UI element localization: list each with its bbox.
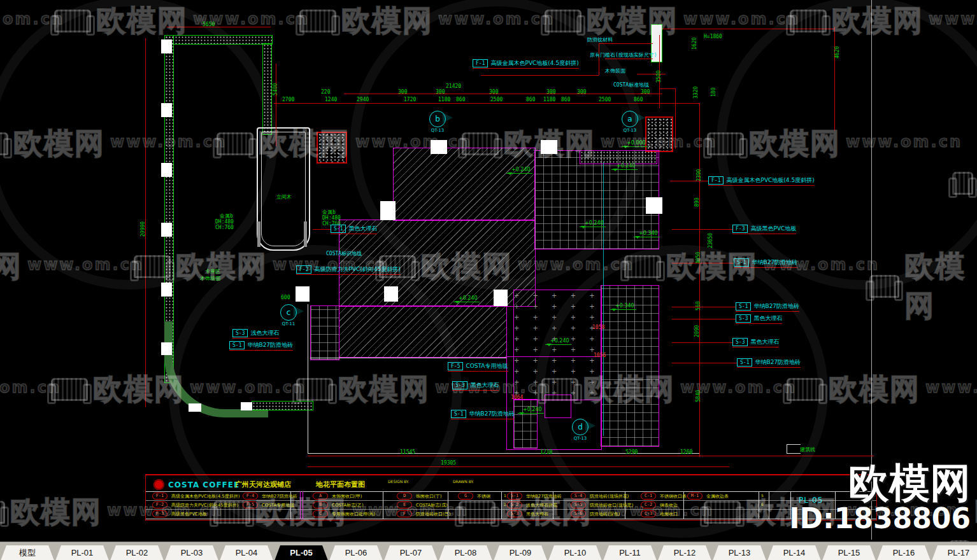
leader-line (675, 88, 676, 149)
legend-desc: COSTA标志(乙) (332, 502, 364, 508)
dim-line (344, 94, 662, 94)
callout-text: 黑色大理石 (470, 381, 499, 389)
tab-pl-07[interactable]: PL-07 (384, 545, 438, 560)
tab-pl-12[interactable]: PL-12 (658, 545, 711, 560)
titleblock-divider (835, 491, 836, 519)
level-marker: +0.240 (518, 407, 544, 414)
dim-label: 300 (577, 89, 586, 95)
legend-desc: 不锈钢收口条 (660, 493, 687, 500)
tab-pl-15[interactable]: PL-15 (822, 545, 876, 560)
dim-label: 1620 (692, 38, 697, 50)
level-marker: +0.240 (545, 338, 571, 345)
dim-label: 2390 (696, 169, 702, 181)
threshold-strip (580, 150, 657, 164)
column (494, 290, 508, 306)
sheet-tab-bar: 模型PL-01PL-02PL-03PL-04PL-05PL-06PL-07PL-… (0, 542, 977, 560)
tab-pl-01[interactable]: PL-01 (55, 545, 109, 560)
dim-label: 19305 (441, 460, 456, 466)
level-marker: +0.340 (634, 230, 660, 237)
dim-label: 300 (641, 89, 650, 95)
tab-pl-03[interactable]: PL-03 (165, 545, 218, 560)
callout-code: S-1 (736, 302, 751, 311)
tab-pl-16[interactable]: PL-16 (877, 545, 931, 560)
dim-line (274, 103, 699, 104)
counter-slot (257, 221, 260, 247)
tab-pl-02[interactable]: PL-02 (110, 545, 164, 560)
legend-code: F-4 (243, 493, 258, 500)
dim-label: 2500 (490, 97, 503, 102)
dim-label: 1260 (680, 449, 692, 455)
callout-leader-line (672, 363, 737, 363)
legend-code: S-1 (507, 493, 522, 500)
legend-desc: 金属收边条 (706, 493, 729, 500)
material-callout: F-5COSTA专用地毯 (448, 362, 508, 372)
tab-pl-09[interactable]: PL-09 (494, 545, 547, 560)
titleblock-divider (383, 491, 383, 519)
callout-code: S-1 (229, 341, 245, 349)
dim-line (662, 29, 834, 29)
tab-pl-13[interactable]: PL-13 (713, 545, 766, 560)
legend-code: F-3 (152, 510, 168, 517)
elevation-marker-letter: b (429, 111, 446, 127)
titleblock-col-number: 1 (504, 493, 506, 498)
tab-pl-04[interactable]: PL-04 (220, 545, 273, 560)
column (161, 103, 172, 117)
dim-label: 2940 (357, 97, 369, 102)
column (161, 283, 172, 297)
column (241, 402, 252, 410)
callout-code: F-1 (708, 176, 724, 185)
legend-code: S-6 (571, 510, 586, 517)
step-symbol (787, 444, 787, 453)
legend-code: C-1 (641, 493, 656, 500)
dim-label: 300 (546, 89, 555, 95)
dim-label: 300 (489, 89, 498, 95)
legend-code: C (313, 510, 328, 517)
elevation-marker: dQT-13 (572, 419, 588, 441)
section-line (603, 162, 604, 436)
tab-模型[interactable]: 模型 (1, 545, 54, 560)
dim-line (276, 64, 276, 146)
legend-desc: 防滑地砖(深色) (590, 511, 620, 517)
tab-pl-14[interactable]: PL-14 (767, 545, 821, 560)
titleblock-divider (790, 491, 791, 519)
callout-leader-line (672, 319, 736, 319)
tab-pl-06[interactable]: PL-06 (329, 545, 383, 560)
callout-leader-line (672, 229, 732, 230)
dim-label: 5400 (273, 83, 278, 95)
dim-label: 2090 (694, 325, 700, 337)
column (541, 140, 557, 154)
callout-text: 浅色大理石 (250, 329, 279, 337)
pvc-floor-zone (393, 148, 536, 221)
tab-pl-17[interactable]: PL-17 (932, 545, 977, 560)
callout-text: 华纳B27防滑地砖 (469, 410, 515, 418)
callout-text: 黑色大理石 (753, 314, 782, 323)
dim-label: 300 (436, 89, 445, 95)
elevation-marker-label: QT-13 (429, 128, 446, 133)
leader-line (659, 88, 675, 89)
tab-pl-05[interactable]: PL-05 (275, 545, 328, 560)
column (161, 39, 172, 53)
material-callout: F-1高级金属木色PVC地板(4.5度斜拼) (473, 59, 579, 69)
legend-desc: 饰面收口(丁) (416, 493, 441, 500)
callout-code: S-3 (732, 338, 748, 346)
tab-pl-08[interactable]: PL-08 (439, 545, 492, 560)
plant-box (645, 116, 673, 152)
cad-text: H=1860 (704, 34, 722, 39)
callout-text: 黑色大理石 (750, 338, 779, 346)
tab-pl-11[interactable]: PL-11 (603, 545, 657, 560)
legend-desc: 高级金属木色PVC地板(4.5度斜拼) (171, 493, 240, 500)
cad-text: 1056 (594, 353, 606, 358)
boundary-line (308, 453, 699, 454)
step-symbol (787, 453, 801, 454)
titleblock-col-number: 6 (761, 502, 764, 507)
elevation-marker-label: QT-11 (280, 321, 297, 326)
dim-label: 11545 (400, 449, 415, 455)
dim-label: 890 (694, 198, 700, 207)
dim-line (308, 456, 874, 456)
legend-desc: COSTA标志(戊) (416, 502, 448, 508)
legend-desc: 防滑地砖(现场拼花) (590, 493, 629, 500)
material-callout: S-1华纳B27防滑地砖 (734, 258, 797, 268)
elevation-marker: cQT-11 (280, 304, 297, 326)
callout-code: F-3 (732, 225, 748, 233)
tab-pl-10[interactable]: PL-10 (548, 545, 602, 560)
